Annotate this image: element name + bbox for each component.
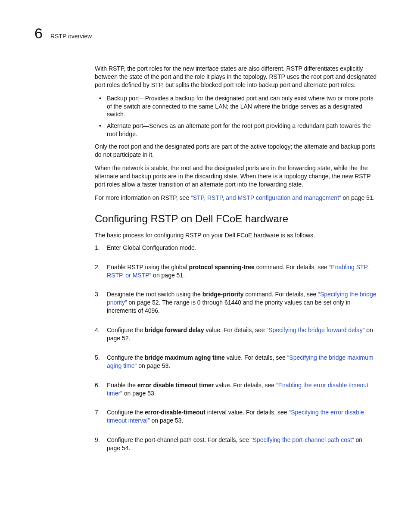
step-item: 9. Configure the port-channel path cost.… [95, 436, 377, 452]
step-item: 1. Enter Global Configuration mode. [95, 244, 377, 252]
step-item: 7. Configure the error-disable-timeout i… [95, 408, 377, 425]
command-name: bridge forward delay [145, 327, 204, 333]
step-marker: 7. [95, 408, 100, 417]
step-marker: 6. [95, 381, 100, 389]
cross-reference-link[interactable]: “STP, RSTP, and MSTP configuration and m… [191, 194, 341, 201]
command-name: bridge-priority [202, 291, 244, 298]
text-run: Configure the [107, 354, 145, 361]
text-run: value. For details, see [225, 354, 287, 361]
step-text: Enter Global Configuration mode. [107, 244, 196, 251]
step-item: 6. Enable the error disable timeout time… [95, 381, 377, 398]
text-run: interval value. For details, see [206, 409, 289, 416]
chapter-title: RSTP overview [50, 32, 92, 40]
body-paragraph: When the network is stable, the root and… [95, 164, 377, 189]
section-heading: Configuring RSTP on Dell FCoE hardware [95, 212, 377, 226]
list-item: Alternate port—Serves as an alternate po… [95, 122, 377, 138]
step-item: 5. Configure the bridge maximum aging ti… [95, 354, 377, 370]
step-item: 3. Designate the root switch using the b… [95, 290, 377, 315]
step-marker: 2. [95, 263, 100, 271]
step-marker: 9. [95, 436, 100, 444]
text-run: command. For details, see [255, 264, 329, 271]
command-name: error-disable-timeout [145, 409, 206, 416]
step-marker: 3. [95, 290, 100, 299]
text-run: For more information on RSTP, see [95, 194, 191, 201]
command-name: protocol spanning-tree [189, 264, 254, 271]
port-roles-list: Backup port—Provides a backup for the de… [95, 94, 377, 138]
text-run: command. For details, see [243, 291, 318, 298]
chapter-number: 6 [34, 26, 43, 40]
configuration-steps: 1. Enter Global Configuration mode. 2. E… [95, 244, 377, 452]
text-run: on page 53. [137, 362, 170, 369]
command-name: bridge maximum aging time [145, 354, 225, 361]
text-run: value. For details, see [214, 382, 276, 389]
section-intro: The basic process for configuring RSTP o… [95, 231, 377, 240]
intro-paragraph: With RSTP, the port roles for the new in… [95, 65, 377, 89]
step-marker: 5. [95, 354, 100, 362]
text-run: Configure the port-channel path cost. Fo… [107, 436, 251, 443]
text-run: on page 51. [151, 272, 185, 279]
text-run: Enable the [107, 382, 137, 389]
more-info-paragraph: For more information on RSTP, see “STP, … [95, 194, 377, 202]
text-run: Enable RSTP using the global [107, 264, 189, 271]
running-header: 6 RSTP overview [34, 26, 381, 40]
step-marker: 1. [95, 244, 100, 252]
cross-reference-link[interactable]: “Specifying the port-channel path cost” [251, 436, 354, 443]
body-column: With RSTP, the port roles for the new in… [95, 65, 377, 452]
text-run: on page 53. [150, 417, 184, 424]
cross-reference-link[interactable]: “Specifying the bridge forward delay” [266, 327, 364, 333]
text-run: Configure the [107, 327, 145, 333]
step-item: 4. Configure the bridge forward delay va… [95, 326, 377, 342]
document-page: 6 RSTP overview With RSTP, the port role… [0, 0, 411, 532]
text-run: Designate the root switch using the [107, 291, 202, 298]
list-item: Backup port—Provides a backup for the de… [95, 94, 377, 119]
command-name: error disable timeout timer [137, 382, 214, 389]
text-run: on page 53. [122, 390, 156, 397]
text-run: value. For details, see [204, 327, 267, 333]
step-marker: 4. [95, 326, 100, 334]
text-run: on page 51. [341, 194, 375, 201]
text-run: Configure the [107, 409, 145, 416]
step-item: 2. Enable RSTP using the global protocol… [95, 263, 377, 280]
text-run: on page 52. The range is 0 through 61440… [107, 299, 351, 314]
body-paragraph: Only the root port and the designated po… [95, 143, 377, 159]
